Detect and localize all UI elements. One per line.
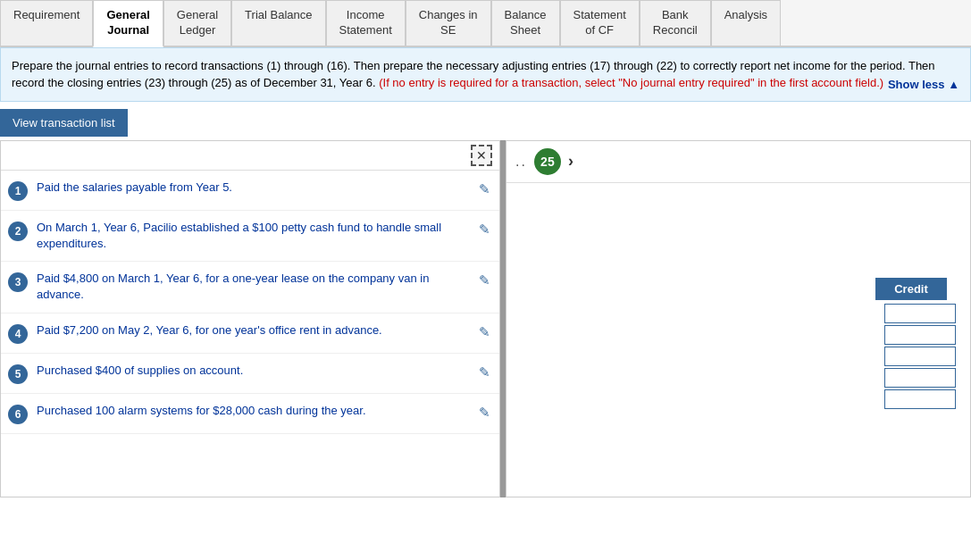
transaction-item-2: 2 On March 1, Year 6, Pacilio establishe… bbox=[1, 211, 499, 262]
journal-entry-panel: .. 25 › Credit bbox=[506, 140, 971, 497]
credit-input-1[interactable] bbox=[884, 304, 956, 323]
transaction-item: 1 Paid the salaries payable from Year 5.… bbox=[1, 171, 499, 211]
tab-balance-sheet[interactable]: BalanceSheet bbox=[491, 0, 560, 46]
item-text-4: Paid $7,200 on May 2, Year 6, for one ye… bbox=[37, 322, 470, 339]
item-number-1: 1 bbox=[8, 181, 28, 201]
tab-analysis[interactable]: Analysis bbox=[711, 0, 781, 46]
show-less-button[interactable]: Show less ▲ bbox=[888, 76, 959, 94]
view-transaction-list-button[interactable]: View transaction list bbox=[0, 109, 128, 137]
entry-rows bbox=[512, 304, 965, 409]
edit-icon-4[interactable]: ✎ bbox=[479, 324, 490, 340]
credit-input-4[interactable] bbox=[884, 368, 956, 388]
item-number-6: 6 bbox=[8, 405, 28, 424]
journal-entry-area: Credit bbox=[506, 272, 970, 416]
entry-row-1 bbox=[512, 304, 965, 323]
transaction-item-6: 6 Purchased 100 alarm systems for $28,00… bbox=[1, 394, 499, 434]
entry-row-5 bbox=[512, 389, 965, 409]
item-text-5: Purchased $400 of supplies on account. bbox=[37, 363, 470, 379]
tab-income-statement[interactable]: IncomeStatement bbox=[326, 0, 406, 46]
tab-requirement[interactable]: Requirement bbox=[0, 0, 93, 46]
transaction-list-panel: ✕ 1 Paid the salaries payable from Year … bbox=[0, 140, 500, 497]
transaction-item-4: 4 Paid $7,200 on May 2, Year 6, for one … bbox=[1, 313, 499, 354]
item-text-2: On March 1, Year 6, Pacilio established … bbox=[37, 220, 470, 252]
current-page-badge[interactable]: 25 bbox=[534, 148, 561, 175]
item-text-6: Purchased 100 alarm systems for $28,000 … bbox=[37, 403, 470, 419]
tab-general-journal[interactable]: GeneralJournal bbox=[93, 0, 163, 47]
transaction-item-5: 5 Purchased $400 of supplies on account.… bbox=[1, 354, 499, 394]
tab-statement-cf[interactable]: Statementof CF bbox=[560, 0, 640, 46]
edit-icon-5[interactable]: ✎ bbox=[479, 364, 490, 380]
close-row: ✕ bbox=[1, 141, 499, 171]
item-number-3: 3 bbox=[8, 272, 28, 292]
transaction-item-3: 3 Paid $4,800 on March 1, Year 6, for a … bbox=[1, 262, 499, 313]
item-number-2: 2 bbox=[8, 221, 28, 241]
pagination-row: .. 25 › bbox=[506, 141, 970, 183]
tab-general-ledger[interactable]: GeneralLedger bbox=[163, 0, 231, 46]
item-text-1: Paid the salaries payable from Year 5. bbox=[37, 180, 470, 196]
tab-changes-se[interactable]: Changes inSE bbox=[406, 0, 491, 46]
close-icon: ✕ bbox=[476, 148, 487, 163]
blank-area-top bbox=[506, 183, 970, 272]
tab-bank-reconcil[interactable]: BankReconcil bbox=[640, 0, 711, 46]
item-number-5: 5 bbox=[8, 364, 28, 384]
instructions-red-text: (If no entry is required for a transacti… bbox=[379, 76, 883, 89]
instructions-box: Prepare the journal entries to record tr… bbox=[0, 47, 971, 102]
edit-icon-3[interactable]: ✎ bbox=[479, 272, 490, 288]
next-page-arrow[interactable]: › bbox=[568, 152, 573, 171]
entry-row-3 bbox=[512, 347, 965, 366]
tab-trial-balance[interactable]: Trial Balance bbox=[231, 0, 325, 46]
main-content-area: ✕ 1 Paid the salaries payable from Year … bbox=[0, 140, 971, 497]
tabs-bar: Requirement GeneralJournal GeneralLedger… bbox=[0, 0, 971, 47]
item-text-3: Paid $4,800 on March 1, Year 6, for a on… bbox=[37, 271, 470, 303]
credit-input-3[interactable] bbox=[884, 347, 956, 366]
edit-icon-6[interactable]: ✎ bbox=[479, 405, 490, 421]
edit-icon-1[interactable]: ✎ bbox=[479, 181, 490, 197]
credit-column-header: Credit bbox=[875, 278, 947, 300]
credit-input-2[interactable] bbox=[884, 325, 956, 345]
dots-nav[interactable]: .. bbox=[515, 154, 527, 170]
item-number-4: 4 bbox=[8, 324, 28, 344]
entry-row-4 bbox=[512, 368, 965, 388]
entry-row-2 bbox=[512, 325, 965, 345]
close-panel-button[interactable]: ✕ bbox=[471, 145, 492, 166]
credit-input-5[interactable] bbox=[884, 389, 956, 409]
edit-icon-2[interactable]: ✎ bbox=[479, 221, 490, 238]
